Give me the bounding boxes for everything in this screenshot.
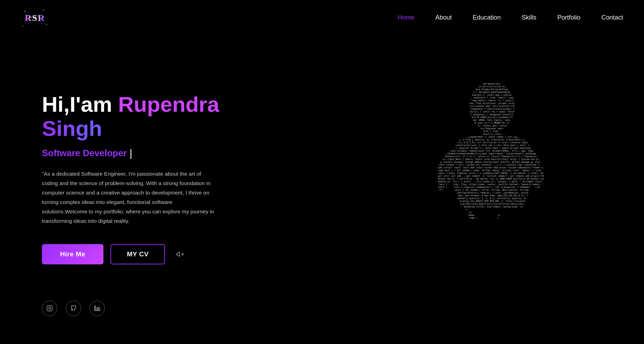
github-link[interactable] — [66, 301, 81, 316]
first-name: Rupendra — [118, 92, 219, 116]
svg-text:✦: ✦ — [22, 25, 24, 27]
last-name: Singh — [42, 117, 219, 140]
hero-content: Hi,I'am Rupendra Singh Software Develope… — [42, 93, 219, 264]
nav-link-portfolio[interactable]: Portfolio — [557, 14, 580, 21]
person-silhouette-svg: <html><head><title>Portfolio</title><lin… — [410, 79, 557, 278]
hero-buttons: Hire Me MY CV — [42, 244, 219, 264]
svg-rect-17 — [95, 308, 96, 311]
code-silhouette: <html><head><title>Portfolio</title><lin… — [410, 79, 557, 278]
hero-greeting: Hi,I'am Rupendra — [42, 93, 219, 116]
nav-link-about[interactable]: About — [435, 14, 452, 21]
svg-text:<html><head><title>Portfolio</: <html><head><title>Portfolio</title><lin… — [438, 80, 557, 219]
svg-text:RSR: RSR — [25, 13, 45, 23]
svg-text:✦: ✦ — [45, 23, 48, 26]
nav-link-skills[interactable]: Skills — [522, 14, 536, 21]
nav-item-home[interactable]: Home — [398, 14, 414, 21]
svg-rect-15 — [47, 306, 52, 311]
svg-marker-8 — [177, 252, 180, 256]
nav-item-skills[interactable]: Skills — [522, 14, 536, 21]
nav-links: Home About Education Skills Portfolio Co… — [398, 14, 623, 21]
hire-me-button[interactable]: Hire Me — [42, 244, 103, 264]
logo[interactable]: ✦ ✦ ✦ ✦ ✦ ✦ ✦ ✦ ✦ RSR — [21, 6, 49, 29]
nav-item-about[interactable]: About — [435, 14, 452, 21]
greeting-text: Hi,I'am — [42, 92, 118, 116]
svg-point-18 — [95, 306, 96, 307]
hero-section: Hi,I'am Rupendra Singh Software Develope… — [0, 35, 644, 322]
hero-title: Software Developer — [42, 147, 219, 159]
nav-item-contact[interactable]: Contact — [601, 14, 623, 21]
nav-link-home[interactable]: Home — [398, 14, 414, 21]
nav-item-education[interactable]: Education — [473, 14, 501, 21]
linkedin-link[interactable] — [89, 301, 105, 316]
nav-item-portfolio[interactable]: Portfolio — [557, 14, 580, 21]
social-bar — [42, 301, 105, 316]
hero-image: <html><head><title>Portfolio</title><lin… — [385, 74, 581, 283]
nav-link-education[interactable]: Education — [473, 14, 501, 21]
nav-link-contact[interactable]: Contact — [601, 14, 623, 21]
svg-text:✦: ✦ — [43, 9, 45, 12]
hero-description: "As a dedicated Software Engineer, I'm p… — [42, 169, 217, 226]
mute-icon[interactable] — [175, 249, 185, 259]
navbar: ✦ ✦ ✦ ✦ ✦ ✦ ✦ ✦ ✦ RSR Home About — [0, 0, 644, 35]
my-cv-button[interactable]: MY CV — [110, 244, 165, 264]
instagram-link[interactable] — [42, 301, 57, 316]
